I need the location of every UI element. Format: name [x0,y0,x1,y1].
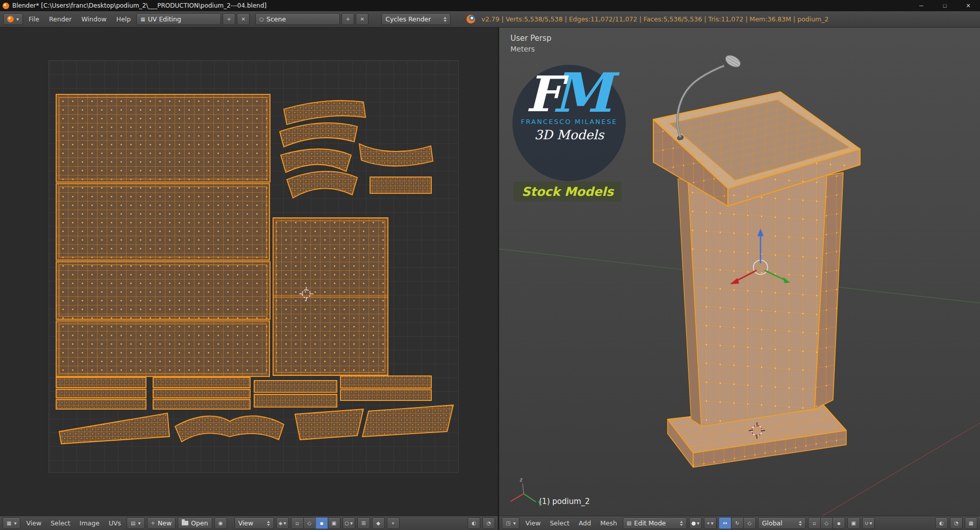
uv-select-vertex-button[interactable]: ▫ [291,517,304,529]
image-open-button[interactable]: Open [178,517,212,529]
orientation-value: Global [762,519,782,527]
screen-layout-selector[interactable]: ▦ UV Editing [136,13,221,25]
image-editor-icon: ▦ [7,520,11,526]
chevron-down-icon: ▾ [16,16,19,22]
view3d-editor-icon: ◳ [506,520,510,526]
opengl-render-button[interactable]: ◐ [935,517,948,529]
uv-menu-select[interactable]: Select [47,517,74,530]
uv-normals-button[interactable]: ◆ [372,517,385,529]
uv-menu-view[interactable]: View [22,517,45,530]
blender-menu-icon [7,16,14,22]
opengl-render-anim-button[interactable]: ◔ [950,517,963,529]
scene-icon: ○ [259,16,264,22]
delete-scene-button[interactable]: ✕ [356,13,369,25]
snap-magnet-button[interactable]: ∪ ▾ [862,517,875,529]
mesh-select-edge-button[interactable]: ◇ [820,517,833,529]
layout-icon: ▦ [140,16,145,22]
uv-menu-image[interactable]: Image [76,517,103,530]
viewport-canvas[interactable]: F M FRANCESCO MILANESE 3D Models Stock M… [499,28,980,516]
uv-select-island-button[interactable]: ▣ [328,517,340,529]
stepper-arrows-icon [680,521,683,526]
uv-menu-uvs[interactable]: UVs [105,517,125,530]
close-button[interactable]: ✕ [957,0,980,11]
limit-selection-button[interactable]: ▣ [847,517,860,529]
add-layout-button[interactable]: + [223,13,235,25]
v3d-menu-select[interactable]: Select [546,517,573,530]
edit-mode-icon: ▧ [627,520,631,526]
blender-window: Blender* [C:\Users\franc\Desktop\podium_… [0,0,980,530]
interaction-mode-value: Edit Mode [634,519,666,527]
uv-image-editor: ▦ ▾ View Select Image UVs ▤ ▾ + New Open [0,28,499,530]
uv-island-group[interactable] [56,94,453,444]
manipulator-scale-button[interactable]: ◇ [743,517,756,529]
scene-selector[interactable]: ○ Scene [255,13,340,25]
view-name-label: User Persp [510,34,551,43]
image-datablock-selector[interactable]: ▤ ▾ [127,517,144,529]
v3d-menu-view[interactable]: View [522,517,544,530]
view3d-header: ◳ ▾ View Select Add Mesh ▧ Edit Mode ● ▾ [499,516,980,530]
uv-editor-header: ▦ ▾ View Select Image UVs ▤ ▾ + New Open [0,516,498,530]
manipulator-translate-button[interactable]: ↔ [719,517,731,529]
editor-area: ▦ ▾ View Select Image UVs ▤ ▾ + New Open [0,28,980,530]
stepper-arrows-icon [267,521,270,526]
scene-3d [499,28,980,516]
pin-image-button[interactable]: ◉ [214,517,227,529]
menu-help[interactable]: Help [112,12,135,27]
uv-select-mode-group: ▫ ◇ ▪ ▣ [291,517,340,529]
units-label: Meters [510,45,535,53]
uv-select-edge-button[interactable]: ◇ [303,517,316,529]
view3d-editor-type-selector[interactable]: ◳ ▾ [502,517,520,529]
stepper-arrows-icon [799,521,802,526]
v3d-menu-add[interactable]: Add [575,517,595,530]
proportional-edit-button[interactable]: ○ ▾ [342,517,355,529]
folder-icon [182,521,188,525]
uv-canvas[interactable] [0,28,498,516]
mesh-select-vertex-button[interactable]: ▫ [808,517,821,529]
chevron-down-icon: ▾ [138,520,141,526]
interaction-mode-selector[interactable]: ▧ Edit Mode [623,517,687,529]
uv-editor-type-selector[interactable]: ▦ ▾ [3,517,20,529]
stepper-arrows-icon [444,17,447,22]
maximize-button[interactable]: □ [933,0,957,11]
uv-update-button[interactable]: ◔ [482,517,495,529]
mesh-select-face-button[interactable]: ▪ [832,517,845,529]
info-editor-type-selector[interactable]: ▾ [3,13,23,25]
snap-uv-button[interactable]: ⊞ [357,517,370,529]
axis-y-label: Y [537,500,542,508]
scene-name: Scene [266,15,286,23]
uv-pivot-button[interactable]: ⌖ [387,517,400,529]
chevron-down-icon: ▾ [14,520,16,526]
add-scene-button[interactable]: + [341,13,354,25]
menu-window[interactable]: Window [77,12,110,27]
render-engine-selector[interactable]: Cycles Render [381,13,451,25]
v3d-menu-mesh[interactable]: Mesh [597,517,621,530]
image-icon: ▤ [131,520,135,526]
viewport-shading-selector[interactable]: ● ▾ [689,517,702,529]
menu-render[interactable]: Render [45,12,76,27]
podium-mesh[interactable] [653,92,860,467]
scene-statistics: v2.79 | Verts:5,538/5,538 | Edges:11,072… [481,15,828,23]
screen-layout-name: UV Editing [148,15,181,23]
transform-orientation-selector[interactable]: Global [758,517,806,529]
image-new-button[interactable]: + New [147,517,176,529]
uv-layout [0,28,498,516]
title-bar: Blender* [C:\Users\franc\Desktop\podium_… [0,0,980,11]
menu-file[interactable]: File [24,12,43,27]
pivot-point-selector[interactable]: ⌖ ▾ [704,517,717,529]
delete-layout-button[interactable]: ✕ [237,13,250,25]
uv-select-face-button[interactable]: ▪ [315,517,328,529]
sticky-selection-button[interactable]: ◈ ▾ [276,517,289,529]
header-extra-button[interactable]: ▦ [965,517,977,529]
blender-app-icon [3,3,9,9]
window-title: Blender* [C:\Users\franc\Desktop\podium_… [12,2,910,9]
active-object-label: (1) podium_2 [539,497,590,506]
uv-draw-other-button[interactable]: ◐ [468,517,480,529]
editor-mode-value: View [238,519,254,527]
engine-name: Cycles Render [385,15,431,23]
axis-z-label: z [520,476,523,483]
mini-axis-gizmo: Y z [502,475,545,512]
editor-mode-selector[interactable]: View [234,517,274,529]
minimize-button[interactable]: ─ [910,0,933,11]
plus-icon: + [151,520,155,526]
manipulator-rotate-button[interactable]: ↻ [731,517,744,529]
